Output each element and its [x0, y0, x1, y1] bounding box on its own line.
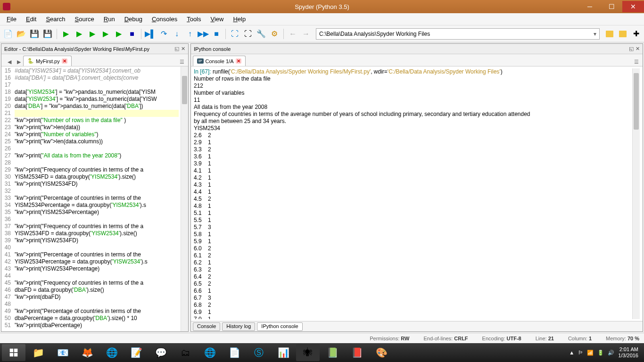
app-task-2[interactable]: 🌐 [198, 344, 222, 361]
tray-flag-icon[interactable]: 🏳 [578, 350, 583, 355]
app-icon [3, 3, 10, 10]
outlook-task[interactable]: 📧 [51, 344, 74, 361]
word-task[interactable]: 📄 [223, 344, 246, 361]
menu-bar: FileEditSearchSourceRunDebugConsolesTool… [0, 13, 644, 25]
bottom-tab-console[interactable]: Console [193, 322, 220, 331]
status-bar: Permissions: RW End-of-lines: CRLF Encod… [0, 333, 644, 343]
set-dir-button[interactable]: ✚ [630, 28, 642, 40]
menu-debug[interactable]: Debug [121, 14, 146, 24]
back-button[interactable]: ← [287, 28, 299, 40]
pane-close-icon[interactable]: ✕ [636, 46, 640, 52]
console-tab[interactable]: IP Console 1/A ✕ [193, 56, 246, 66]
menu-edit[interactable]: Edit [22, 14, 40, 24]
windows-taskbar: 📁 📧 🦊 🌐 📝 💬 🗂 🌐 📄 Ⓢ 📊 🕷 📗 📕 🎨 ▲ 🏳 📶 🔋 🔊 … [0, 343, 644, 362]
svg-rect-2 [10, 353, 14, 357]
code-editor[interactable]: 1516171819202122232425262728293031323334… [1, 66, 188, 331]
debug-button[interactable]: ▶▌ [144, 28, 157, 40]
prev-tab-icon[interactable]: ◀ [5, 58, 14, 66]
forward-button[interactable]: → [300, 28, 312, 40]
console-pane-title: IPython console ◱ ✕ [191, 44, 643, 54]
console-scrollbar[interactable] [632, 68, 640, 319]
run-again-button[interactable]: ▶ [113, 28, 125, 40]
ipython-icon: IP [197, 58, 204, 64]
console-output[interactable]: In [67]: runfile('C:/Bella/Data Analysis… [191, 66, 643, 321]
save-all-button[interactable]: 💾 [41, 28, 54, 40]
menu-consoles[interactable]: Consoles [148, 14, 181, 24]
minimize-button[interactable]: ─ [579, 1, 601, 12]
window-title: Spyder (Python 3.5) [295, 3, 349, 10]
spyder-task[interactable]: 🕷 [296, 344, 320, 361]
title-bar: Spyder (Python 3.5) ─ ☐ ✕ [0, 0, 644, 13]
fullscreen-button[interactable]: ⛶ [242, 28, 254, 40]
editor-scrollbar[interactable] [181, 66, 188, 331]
menu-run[interactable]: Run [100, 14, 119, 24]
close-button[interactable]: ✕ [622, 1, 644, 12]
svg-rect-0 [10, 349, 14, 353]
stop-debug-button[interactable]: ■ [210, 28, 223, 40]
system-tray[interactable]: ▲ 🏳 📶 🔋 🔊 2:01 AM 1/3/2016 [569, 346, 642, 359]
tray-clock[interactable]: 2:01 AM 1/3/2016 [618, 346, 638, 359]
app-task-3[interactable]: 📊 [272, 344, 295, 361]
pane-close-icon[interactable]: ✕ [181, 46, 185, 52]
console-pane: IPython console ◱ ✕ IP Console 1/A ✕ ☰ I… [190, 43, 643, 332]
tray-battery-icon[interactable]: 🔋 [597, 350, 604, 356]
pane-undock-icon[interactable]: ◱ [174, 46, 179, 52]
browse-dir-button[interactable] [603, 28, 616, 40]
start-button[interactable] [2, 344, 25, 361]
save-button[interactable]: 💾 [28, 28, 41, 40]
app-task-1[interactable]: 🗂 [173, 344, 197, 361]
skype-task[interactable]: Ⓢ [247, 344, 271, 361]
run-cell-advance-button[interactable]: ▶ [86, 28, 99, 40]
stop-button[interactable]: ■ [126, 28, 138, 40]
step-out-button[interactable]: ↑ [184, 28, 196, 40]
tab-options-icon[interactable]: ☰ [178, 58, 186, 66]
gtalk-task[interactable]: 💬 [149, 344, 173, 361]
menu-search[interactable]: Search [42, 14, 69, 24]
preferences-button[interactable]: 🔧 [255, 28, 267, 40]
notepadpp-task[interactable]: 📝 [124, 344, 148, 361]
tray-network-icon[interactable]: 📶 [587, 350, 594, 356]
menu-file[interactable]: File [3, 14, 20, 24]
menu-help[interactable]: Help [229, 14, 249, 24]
new-file-button[interactable]: 📄 [2, 28, 14, 40]
menu-view[interactable]: View [207, 14, 228, 24]
main-toolbar: 📄 📂 💾 💾 ▶ ▶ ▶ ▶ ▶ ■ ▶▌ ↷ ↓ ↑ ▶▶ ■ ⛶ ⛶ 🔧 … [0, 25, 644, 42]
tab-close-icon[interactable]: ✕ [62, 58, 67, 64]
menu-source[interactable]: Source [71, 14, 98, 24]
continue-button[interactable]: ▶▶ [197, 28, 209, 40]
chrome-task[interactable]: 🌐 [100, 344, 124, 361]
editor-tab[interactable]: 🐍 MyFirst.py ✕ [23, 56, 72, 66]
step-over-button[interactable]: ↷ [157, 28, 170, 40]
parent-dir-button[interactable] [617, 28, 629, 40]
acrobat-task[interactable]: 📕 [345, 344, 369, 361]
bottom-tab-history-log[interactable]: History log [222, 322, 255, 331]
tray-up-icon[interactable]: ▲ [569, 350, 574, 355]
file-explorer-task[interactable]: 📁 [26, 344, 50, 361]
firefox-task[interactable]: 🦊 [75, 344, 99, 361]
editor-pane-title: Editor - C:\Bella\Data Analysis\Spyder W… [1, 44, 188, 54]
run-cell-button[interactable]: ▶ [73, 28, 85, 40]
svg-rect-1 [14, 349, 18, 353]
bottom-tab-ipython-console[interactable]: IPython console [257, 322, 302, 331]
maximize-pane-button[interactable]: ⛶ [229, 28, 241, 40]
step-into-button[interactable]: ↓ [171, 28, 183, 40]
svg-rect-3 [14, 353, 18, 357]
paint-task[interactable]: 🎨 [370, 344, 393, 361]
menu-tools[interactable]: Tools [183, 14, 205, 24]
open-file-button[interactable]: 📂 [15, 28, 27, 40]
python-file-icon: 🐍 [27, 58, 34, 64]
run-selection-button[interactable]: ▶ [99, 28, 112, 40]
editor-pane: Editor - C:\Bella\Data Analysis\Spyder W… [1, 43, 189, 332]
console-bottom-tabs: ConsoleHistory logIPython console [191, 321, 643, 331]
tab-close-icon[interactable]: ✕ [236, 58, 241, 64]
working-directory-input[interactable]: C:\Bella\Data Analysis\Spyder Working Fi… [316, 28, 600, 40]
excel-task[interactable]: 📗 [321, 344, 344, 361]
maximize-button[interactable]: ☐ [601, 1, 622, 12]
next-tab-icon[interactable]: ▶ [15, 58, 23, 66]
tray-volume-icon[interactable]: 🔊 [608, 350, 614, 356]
console-options-icon[interactable]: ☰ [632, 58, 641, 66]
pane-undock-icon[interactable]: ◱ [629, 46, 634, 52]
python-path-button[interactable]: ⚙ [268, 28, 281, 40]
run-button[interactable]: ▶ [60, 28, 72, 40]
